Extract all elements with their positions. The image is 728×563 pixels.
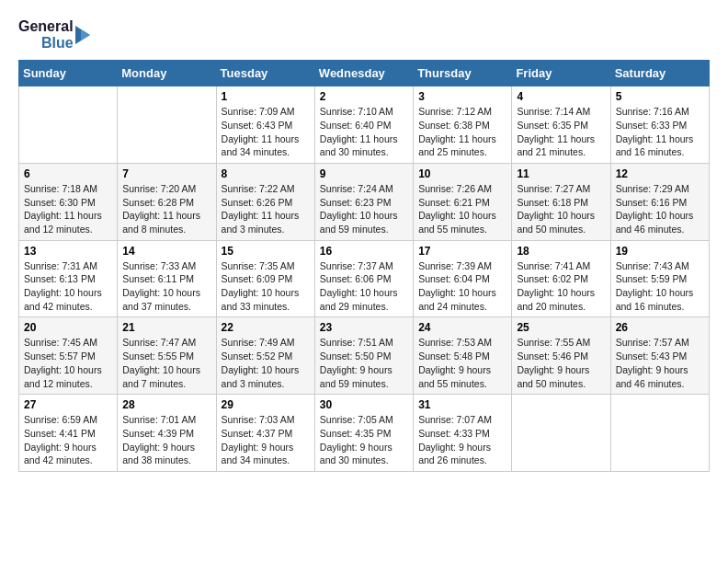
day-number: 2 <box>320 90 408 103</box>
day-info: Sunrise: 7:18 AM Sunset: 6:30 PM Dayligh… <box>24 182 112 236</box>
calendar-cell: 17Sunrise: 7:39 AM Sunset: 6:04 PM Dayli… <box>414 240 512 317</box>
day-info: Sunrise: 7:31 AM Sunset: 6:13 PM Dayligh… <box>24 259 112 314</box>
day-number: 10 <box>418 167 506 180</box>
day-number: 30 <box>320 398 408 411</box>
calendar-cell: 14Sunrise: 7:33 AM Sunset: 6:11 PM Dayli… <box>118 240 216 317</box>
day-number: 20 <box>24 321 112 334</box>
calendar-cell: 19Sunrise: 7:43 AM Sunset: 5:59 PM Dayli… <box>610 240 709 317</box>
day-number: 24 <box>418 321 506 334</box>
calendar-cell: 12Sunrise: 7:29 AM Sunset: 6:16 PM Dayli… <box>610 163 709 240</box>
day-info: Sunrise: 7:35 AM Sunset: 6:09 PM Dayligh… <box>222 259 310 314</box>
calendar-cell: 8Sunrise: 7:22 AM Sunset: 6:26 PM Daylig… <box>216 163 314 240</box>
calendar-cell: 31Sunrise: 7:07 AM Sunset: 4:33 PM Dayli… <box>414 395 512 472</box>
logo-blue: Blue <box>41 35 74 52</box>
day-info: Sunrise: 7:20 AM Sunset: 6:28 PM Dayligh… <box>122 182 210 236</box>
header: General Blue <box>18 18 710 51</box>
calendar-cell: 29Sunrise: 7:03 AM Sunset: 4:37 PM Dayli… <box>216 395 314 472</box>
calendar-cell: 7Sunrise: 7:20 AM Sunset: 6:28 PM Daylig… <box>118 163 216 240</box>
day-info: Sunrise: 7:26 AM Sunset: 6:21 PM Dayligh… <box>418 182 506 236</box>
day-number: 4 <box>517 90 605 103</box>
logo-general: General <box>18 18 74 35</box>
day-number: 15 <box>222 245 310 258</box>
day-info: Sunrise: 7:57 AM Sunset: 5:43 PM Dayligh… <box>616 336 704 390</box>
calendar-cell: 18Sunrise: 7:41 AM Sunset: 6:02 PM Dayli… <box>512 240 610 317</box>
day-number: 3 <box>418 90 506 103</box>
day-number: 11 <box>517 167 605 180</box>
calendar-cell: 27Sunrise: 6:59 AM Sunset: 4:41 PM Dayli… <box>19 395 118 472</box>
calendar-cell: 6Sunrise: 7:18 AM Sunset: 6:30 PM Daylig… <box>19 163 118 240</box>
calendar-cell: 1Sunrise: 7:09 AM Sunset: 6:43 PM Daylig… <box>216 86 314 164</box>
calendar-cell: 26Sunrise: 7:57 AM Sunset: 5:43 PM Dayli… <box>610 317 709 395</box>
day-number: 6 <box>24 167 112 180</box>
day-number: 12 <box>616 167 704 180</box>
day-number: 21 <box>122 321 210 334</box>
logo: General Blue <box>18 18 96 51</box>
weekday-header-wednesday: Wednesday <box>314 61 413 86</box>
calendar-cell: 15Sunrise: 7:35 AM Sunset: 6:09 PM Dayli… <box>216 240 314 317</box>
calendar-cell <box>610 395 709 472</box>
day-info: Sunrise: 7:14 AM Sunset: 6:35 PM Dayligh… <box>517 105 605 159</box>
calendar-cell: 30Sunrise: 7:05 AM Sunset: 4:35 PM Dayli… <box>314 395 413 472</box>
weekday-header-thursday: Thursday <box>414 61 512 86</box>
day-number: 27 <box>24 398 112 411</box>
calendar-cell: 5Sunrise: 7:16 AM Sunset: 6:33 PM Daylig… <box>610 86 709 164</box>
day-info: Sunrise: 7:01 AM Sunset: 4:39 PM Dayligh… <box>122 413 210 467</box>
day-info: Sunrise: 7:37 AM Sunset: 6:06 PM Dayligh… <box>320 259 408 314</box>
day-number: 1 <box>222 90 310 103</box>
calendar-cell: 3Sunrise: 7:12 AM Sunset: 6:38 PM Daylig… <box>414 86 512 164</box>
day-number: 5 <box>616 90 704 103</box>
calendar-cell <box>19 86 118 164</box>
day-number: 17 <box>418 245 506 258</box>
svg-marker-1 <box>81 29 90 40</box>
day-info: Sunrise: 7:05 AM Sunset: 4:35 PM Dayligh… <box>320 413 408 467</box>
day-info: Sunrise: 7:55 AM Sunset: 5:46 PM Dayligh… <box>517 336 605 390</box>
calendar-table: SundayMondayTuesdayWednesdayThursdayFrid… <box>18 60 710 472</box>
calendar-week-1: 1Sunrise: 7:09 AM Sunset: 6:43 PM Daylig… <box>19 86 710 164</box>
day-number: 29 <box>222 398 310 411</box>
calendar-week-3: 13Sunrise: 7:31 AM Sunset: 6:13 PM Dayli… <box>19 240 710 317</box>
calendar-cell: 16Sunrise: 7:37 AM Sunset: 6:06 PM Dayli… <box>314 240 413 317</box>
calendar-cell: 10Sunrise: 7:26 AM Sunset: 6:21 PM Dayli… <box>414 163 512 240</box>
logo-box: General Blue <box>18 18 96 51</box>
calendar-cell: 2Sunrise: 7:10 AM Sunset: 6:40 PM Daylig… <box>314 86 413 164</box>
logo-arrow <box>75 22 96 48</box>
day-info: Sunrise: 6:59 AM Sunset: 4:41 PM Dayligh… <box>24 413 112 467</box>
day-info: Sunrise: 7:12 AM Sunset: 6:38 PM Dayligh… <box>418 105 506 159</box>
day-info: Sunrise: 7:51 AM Sunset: 5:50 PM Dayligh… <box>320 336 408 390</box>
day-info: Sunrise: 7:49 AM Sunset: 5:52 PM Dayligh… <box>222 336 310 390</box>
calendar-cell: 24Sunrise: 7:53 AM Sunset: 5:48 PM Dayli… <box>414 317 512 395</box>
calendar-cell: 13Sunrise: 7:31 AM Sunset: 6:13 PM Dayli… <box>19 240 118 317</box>
calendar-cell: 11Sunrise: 7:27 AM Sunset: 6:18 PM Dayli… <box>512 163 610 240</box>
day-info: Sunrise: 7:22 AM Sunset: 6:26 PM Dayligh… <box>222 182 310 236</box>
day-number: 23 <box>320 321 408 334</box>
calendar-cell: 25Sunrise: 7:55 AM Sunset: 5:46 PM Dayli… <box>512 317 610 395</box>
day-number: 16 <box>320 245 408 258</box>
weekday-header-friday: Friday <box>512 61 610 86</box>
day-number: 13 <box>24 245 112 258</box>
calendar-cell: 23Sunrise: 7:51 AM Sunset: 5:50 PM Dayli… <box>314 317 413 395</box>
calendar-cell <box>118 86 216 164</box>
calendar-cell <box>512 395 610 472</box>
day-info: Sunrise: 7:09 AM Sunset: 6:43 PM Dayligh… <box>222 105 310 159</box>
day-info: Sunrise: 7:33 AM Sunset: 6:11 PM Dayligh… <box>122 259 210 314</box>
day-info: Sunrise: 7:41 AM Sunset: 6:02 PM Dayligh… <box>517 259 605 314</box>
day-number: 25 <box>517 321 605 334</box>
day-info: Sunrise: 7:47 AM Sunset: 5:55 PM Dayligh… <box>122 336 210 390</box>
day-info: Sunrise: 7:03 AM Sunset: 4:37 PM Dayligh… <box>222 413 310 467</box>
day-number: 18 <box>517 245 605 258</box>
day-number: 19 <box>616 245 704 258</box>
day-number: 22 <box>222 321 310 334</box>
calendar-cell: 20Sunrise: 7:45 AM Sunset: 5:57 PM Dayli… <box>19 317 118 395</box>
day-number: 8 <box>222 167 310 180</box>
weekday-header-saturday: Saturday <box>610 61 709 86</box>
weekday-header-row: SundayMondayTuesdayWednesdayThursdayFrid… <box>19 61 710 86</box>
day-number: 7 <box>122 167 210 180</box>
weekday-header-sunday: Sunday <box>19 61 118 86</box>
weekday-header-monday: Monday <box>118 61 216 86</box>
day-info: Sunrise: 7:39 AM Sunset: 6:04 PM Dayligh… <box>418 259 506 314</box>
day-number: 14 <box>122 245 210 258</box>
weekday-header-tuesday: Tuesday <box>216 61 314 86</box>
day-info: Sunrise: 7:29 AM Sunset: 6:16 PM Dayligh… <box>616 182 704 236</box>
day-info: Sunrise: 7:43 AM Sunset: 5:59 PM Dayligh… <box>616 259 704 314</box>
calendar-week-4: 20Sunrise: 7:45 AM Sunset: 5:57 PM Dayli… <box>19 317 710 395</box>
